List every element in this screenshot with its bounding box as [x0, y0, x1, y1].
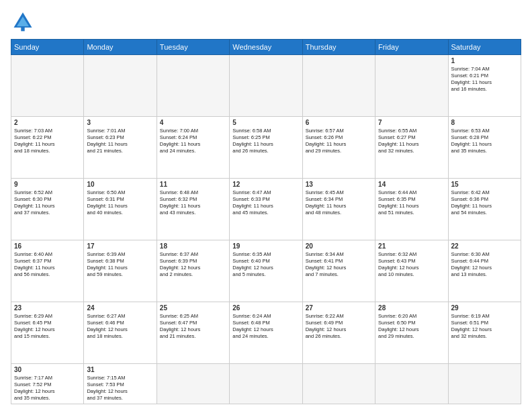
calendar-cell: 3Sunrise: 7:01 AMSunset: 6:23 PMDaylight… — [84, 116, 157, 178]
svg-rect-2 — [21, 26, 24, 31]
day-number: 23 — [14, 304, 81, 312]
calendar-cell — [302, 363, 375, 404]
calendar-cell — [375, 363, 448, 404]
day-number: 15 — [451, 181, 518, 188]
day-number: 26 — [232, 304, 299, 312]
weekday-header-sunday: Sunday — [11, 40, 84, 55]
day-info: Sunrise: 6:29 AMSunset: 6:45 PMDaylight:… — [14, 313, 81, 340]
day-info: Sunrise: 6:44 AMSunset: 6:35 PMDaylight:… — [378, 189, 445, 217]
calendar-cell: 24Sunrise: 6:27 AMSunset: 6:46 PMDayligh… — [84, 302, 157, 363]
weekday-header-wednesday: Wednesday — [230, 40, 302, 55]
calendar-cell: 28Sunrise: 6:20 AMSunset: 6:50 PMDayligh… — [375, 302, 448, 363]
day-info: Sunrise: 7:03 AMSunset: 6:22 PMDaylight:… — [14, 128, 81, 155]
day-info: Sunrise: 6:52 AMSunset: 6:30 PMDaylight:… — [14, 189, 81, 217]
day-info: Sunrise: 6:45 AMSunset: 6:34 PMDaylight:… — [306, 189, 372, 217]
day-number: 10 — [87, 181, 153, 188]
day-number: 17 — [87, 242, 153, 250]
calendar-cell: 12Sunrise: 6:47 AMSunset: 6:33 PMDayligh… — [230, 178, 302, 240]
calendar-cell: 23Sunrise: 6:29 AMSunset: 6:45 PMDayligh… — [11, 302, 84, 363]
day-info: Sunrise: 6:58 AMSunset: 6:25 PMDaylight:… — [232, 128, 299, 155]
calendar-cell — [375, 55, 448, 117]
week-row-5: 23Sunrise: 6:29 AMSunset: 6:45 PMDayligh… — [11, 302, 521, 363]
day-number: 20 — [306, 242, 372, 250]
calendar-cell — [448, 363, 521, 404]
day-info: Sunrise: 7:01 AMSunset: 6:23 PMDaylight:… — [87, 128, 153, 155]
calendar-cell: 26Sunrise: 6:24 AMSunset: 6:48 PMDayligh… — [230, 302, 302, 363]
calendar-cell — [157, 55, 229, 117]
calendar-cell: 13Sunrise: 6:45 AMSunset: 6:34 PMDayligh… — [302, 178, 375, 240]
day-info: Sunrise: 6:37 AMSunset: 6:39 PMDaylight:… — [160, 251, 226, 279]
calendar-cell — [302, 55, 375, 117]
day-info: Sunrise: 7:00 AMSunset: 6:24 PMDaylight:… — [160, 128, 226, 155]
day-info: Sunrise: 6:35 AMSunset: 6:40 PMDaylight:… — [232, 251, 299, 279]
day-info: Sunrise: 6:40 AMSunset: 6:37 PMDaylight:… — [14, 251, 81, 279]
calendar-cell — [157, 363, 229, 404]
calendar-cell: 29Sunrise: 6:19 AMSunset: 6:51 PMDayligh… — [448, 302, 521, 363]
day-number: 14 — [378, 181, 445, 188]
calendar-cell: 22Sunrise: 6:30 AMSunset: 6:44 PMDayligh… — [448, 240, 521, 302]
weekday-header-friday: Friday — [375, 40, 448, 55]
day-number: 2 — [14, 119, 81, 126]
day-info: Sunrise: 7:17 AMSunset: 7:52 PMDaylight:… — [14, 375, 81, 402]
day-info: Sunrise: 6:27 AMSunset: 6:46 PMDaylight:… — [87, 313, 153, 340]
day-number: 12 — [232, 181, 299, 188]
day-number: 25 — [160, 304, 226, 312]
day-number: 16 — [14, 242, 81, 250]
calendar-cell: 1Sunrise: 7:04 AMSunset: 6:21 PMDaylight… — [448, 55, 521, 117]
day-number: 13 — [306, 181, 372, 188]
calendar-cell: 2Sunrise: 7:03 AMSunset: 6:22 PMDaylight… — [11, 116, 84, 178]
calendar-cell: 15Sunrise: 6:42 AMSunset: 6:36 PMDayligh… — [448, 178, 521, 240]
week-row-1: 1Sunrise: 7:04 AMSunset: 6:21 PMDaylight… — [11, 55, 521, 117]
day-number: 8 — [451, 119, 518, 126]
calendar-cell: 4Sunrise: 7:00 AMSunset: 6:24 PMDaylight… — [157, 116, 229, 178]
calendar-cell: 11Sunrise: 6:48 AMSunset: 6:32 PMDayligh… — [157, 178, 229, 240]
day-info: Sunrise: 6:48 AMSunset: 6:32 PMDaylight:… — [160, 189, 226, 217]
day-info: Sunrise: 6:39 AMSunset: 6:38 PMDaylight:… — [87, 251, 153, 279]
calendar-cell: 8Sunrise: 6:53 AMSunset: 6:28 PMDaylight… — [448, 116, 521, 178]
day-info: Sunrise: 6:22 AMSunset: 6:49 PMDaylight:… — [306, 313, 372, 340]
day-info: Sunrise: 6:50 AMSunset: 6:31 PMDaylight:… — [87, 189, 153, 217]
day-info: Sunrise: 6:24 AMSunset: 6:48 PMDaylight:… — [232, 313, 299, 340]
day-info: Sunrise: 7:15 AMSunset: 7:53 PMDaylight:… — [87, 375, 153, 402]
weekday-header-monday: Monday — [84, 40, 157, 55]
day-number: 31 — [87, 366, 153, 373]
calendar-cell: 7Sunrise: 6:55 AMSunset: 6:27 PMDaylight… — [375, 116, 448, 178]
day-info: Sunrise: 6:32 AMSunset: 6:43 PMDaylight:… — [378, 251, 445, 279]
day-number: 11 — [160, 181, 226, 188]
day-info: Sunrise: 6:19 AMSunset: 6:51 PMDaylight:… — [451, 313, 518, 340]
calendar-cell: 30Sunrise: 7:17 AMSunset: 7:52 PMDayligh… — [11, 363, 84, 404]
day-info: Sunrise: 6:30 AMSunset: 6:44 PMDaylight:… — [451, 251, 518, 279]
day-number: 21 — [378, 242, 445, 250]
calendar-cell: 16Sunrise: 6:40 AMSunset: 6:37 PMDayligh… — [11, 240, 84, 302]
calendar-cell: 17Sunrise: 6:39 AMSunset: 6:38 PMDayligh… — [84, 240, 157, 302]
logo — [11, 9, 39, 34]
calendar-cell: 18Sunrise: 6:37 AMSunset: 6:39 PMDayligh… — [157, 240, 229, 302]
calendar: SundayMondayTuesdayWednesdayThursdayFrid… — [11, 39, 521, 404]
calendar-cell: 9Sunrise: 6:52 AMSunset: 6:30 PMDaylight… — [11, 178, 84, 240]
logo-icon — [11, 9, 35, 34]
day-number: 3 — [87, 119, 153, 126]
calendar-cell — [11, 55, 84, 117]
weekday-header-row: SundayMondayTuesdayWednesdayThursdayFrid… — [11, 40, 521, 55]
calendar-cell: 6Sunrise: 6:57 AMSunset: 6:26 PMDaylight… — [302, 116, 375, 178]
calendar-cell: 20Sunrise: 6:34 AMSunset: 6:41 PMDayligh… — [302, 240, 375, 302]
day-number: 9 — [14, 181, 81, 188]
day-number: 24 — [87, 304, 153, 312]
page: SundayMondayTuesdayWednesdayThursdayFrid… — [0, 0, 532, 411]
calendar-cell: 10Sunrise: 6:50 AMSunset: 6:31 PMDayligh… — [84, 178, 157, 240]
day-info: Sunrise: 6:20 AMSunset: 6:50 PMDaylight:… — [378, 313, 445, 340]
day-number: 28 — [378, 304, 445, 312]
day-info: Sunrise: 7:04 AMSunset: 6:21 PMDaylight:… — [451, 66, 518, 93]
day-number: 19 — [232, 242, 299, 250]
calendar-cell: 25Sunrise: 6:25 AMSunset: 6:47 PMDayligh… — [157, 302, 229, 363]
day-info: Sunrise: 6:47 AMSunset: 6:33 PMDaylight:… — [232, 189, 299, 217]
calendar-cell: 14Sunrise: 6:44 AMSunset: 6:35 PMDayligh… — [375, 178, 448, 240]
day-info: Sunrise: 6:25 AMSunset: 6:47 PMDaylight:… — [160, 313, 226, 340]
calendar-cell: 19Sunrise: 6:35 AMSunset: 6:40 PMDayligh… — [230, 240, 302, 302]
day-number: 4 — [160, 119, 226, 126]
day-number: 29 — [451, 304, 518, 312]
day-number: 22 — [451, 242, 518, 250]
calendar-cell: 31Sunrise: 7:15 AMSunset: 7:53 PMDayligh… — [84, 363, 157, 404]
week-row-6: 30Sunrise: 7:17 AMSunset: 7:52 PMDayligh… — [11, 363, 521, 404]
weekday-header-thursday: Thursday — [302, 40, 375, 55]
